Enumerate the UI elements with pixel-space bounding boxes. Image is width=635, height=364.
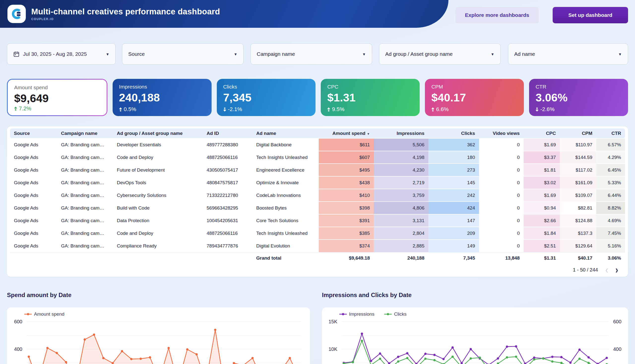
column-header-source[interactable]: Source [10,128,57,138]
grand-total-cell: $40.17 [560,252,596,264]
table-body: Google AdsGA: Branding cam…Developer Ess… [10,138,625,264]
column-header-impressions[interactable]: Impressions [374,128,428,138]
legend-marker-icon [24,313,32,316]
table-cell: Code and Deploy [113,151,203,164]
kpi-value: $9,649 [14,92,100,105]
table-cell: 789434777876 [203,240,252,252]
legend-marker-icon [384,313,392,316]
page-title: Multi-channel creatives performance dash… [31,7,220,16]
explore-more-dashboards-button[interactable]: Explore more dashboards [455,7,539,23]
grand-total-cell [10,252,57,264]
sort-desc-icon: ▼ [367,132,370,136]
table-row: Google AdsGA: Branding cam…Build with Co… [10,202,625,214]
kpi-delta: -2.6% [535,106,554,112]
table-cell: Tech Insights Unleashed [252,227,319,240]
kpi-value: 240,188 [119,91,205,104]
column-header-video-views[interactable]: Video views [479,128,524,138]
kpi-value: 7,345 [223,91,309,104]
table-cell: 6.57% [596,138,625,151]
axis-tick-label: 400 [613,346,621,352]
next-page-icon[interactable]: › [615,265,618,275]
table-cell: 149 [428,240,479,252]
table-cell: GA: Branding cam… [57,138,113,151]
kpi-label: CTR [535,84,621,90]
set-up-dashboard-button[interactable]: Set up dashboard [553,7,628,23]
table-cell: $398 [319,202,374,214]
arrow-up-icon [14,106,17,111]
table-cell: 209 [428,227,479,240]
campaign-name-filter[interactable]: Campaign name ▼ [251,44,372,65]
table-cell: 5.33% [596,176,625,189]
kpi-delta: 9.5% [327,106,344,112]
table-cell: 3,759 [374,189,428,202]
table-cell: 147 [428,214,479,227]
legend-marker-icon [339,313,347,316]
kpi-value: $1.31 [327,91,413,104]
source-filter[interactable]: Source ▼ [122,44,244,65]
axis-tick-label: 15K [328,319,337,324]
chevron-down-icon: ▼ [491,52,494,56]
chart-legend: Amount spend [24,312,65,317]
ad-group-filter[interactable]: Ad group / Asset group name ▼ [379,44,500,65]
table-cell: GA: Branding cam… [57,240,113,252]
table-cell: GA: Branding cam… [57,151,113,164]
dashboard-page: Multi-channel creatives performance dash… [0,0,635,364]
grand-total-cell [57,252,113,264]
kpi-card-cpc: CPC$1.31 9.5% [321,79,420,116]
table-row: Google AdsGA: Branding cam…Cybersecurity… [10,189,625,202]
kpi-card-amount-spend: Amount spend$9,649 7.2% [7,79,107,116]
table-cell: 6.44% [596,189,625,202]
table-cell: $124.88 [560,214,596,227]
table-header: SourceCampaign nameAd group / Asset grou… [10,128,625,138]
table-cell: Developer Essentials [113,138,203,151]
table-cell: 0 [479,240,524,252]
table-cell: $607 [319,151,374,164]
column-header-amount-spend[interactable]: Amount spend▼ [319,128,374,138]
table-cell: Google Ads [10,240,57,252]
table-cell: 424 [428,202,479,214]
table-cell: 4.69% [596,214,625,227]
ad-name-filter[interactable]: Ad name ▼ [508,44,628,65]
kpi-delta: 0.5% [119,106,136,112]
table-cell: $82.81 [560,202,596,214]
column-header-ad-id[interactable]: Ad ID [203,128,252,138]
table-cell: $110.97 [560,138,596,151]
table-row: Google AdsGA: Branding cam…Code and Depl… [10,151,625,164]
column-header-cpc[interactable]: CPC [524,128,560,138]
table-cell: 4,198 [374,151,428,164]
chevron-down-icon: ▼ [106,52,109,56]
table-cell: 489777288380 [203,138,252,151]
column-header-ad-group-asset-group-name[interactable]: Ad group / Asset group name [113,128,203,138]
creatives-table-card: SourceCampaign nameAd group / Asset grou… [7,126,628,277]
column-header-cpm[interactable]: CPM [560,128,596,138]
date-range-filter[interactable]: Jul 30, 2025 - Aug 28, 2025 ▼ [7,44,116,65]
column-header-clicks[interactable]: Clicks [428,128,479,138]
table-cell: 242 [428,189,479,202]
table-cell: 273 [428,164,479,176]
previous-page-icon[interactable]: ‹ [605,265,608,275]
column-header-ctr[interactable]: CTR [596,128,625,138]
axis-tick-label: 600 [14,319,22,324]
column-header-campaign-name[interactable]: Campaign name [57,128,113,138]
table-cell: 0 [479,227,524,240]
table-cell: Boosted Bytes [252,202,319,214]
table-cell: 2,719 [374,176,428,189]
table-cell: Digital Backbone [252,138,319,151]
grand-total-cell: Grand total [252,252,319,264]
column-header-ad-name[interactable]: Ad name [252,128,319,138]
table-cell: GA: Branding cam… [57,164,113,176]
grand-total-cell: 3.06% [596,252,625,264]
table-cell: $611 [319,138,374,151]
kpi-row: Amount spend$9,649 7.2%Impressions240,18… [7,79,628,116]
chevron-down-icon: ▼ [618,52,622,56]
table-cell: Cybersecurity Solutions [113,189,203,202]
table-cell: $2.51 [524,240,560,252]
table-cell: $495 [319,164,374,176]
table-cell: Optimize & Innovate [252,176,319,189]
legend-item-impressions: Impressions [339,312,374,317]
table-cell: $2.66 [524,214,560,227]
table-cell: GA: Branding cam… [57,189,113,202]
pagination-label: 1 - 50 / 244 [573,267,598,273]
arrow-up-icon [327,107,330,112]
legend-item-amount-spend: Amount spend [24,312,65,317]
